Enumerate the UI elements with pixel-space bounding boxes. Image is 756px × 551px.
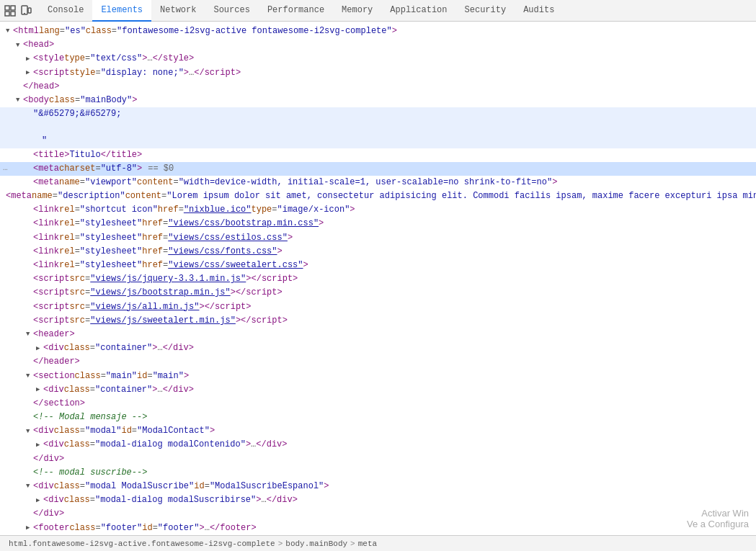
dom-line[interactable]: <script src="views/js/sweetalert.min.js"…: [0, 314, 756, 328]
dom-link[interactable]: "views/css/fonts.css": [168, 245, 277, 259]
expand-arrow[interactable]: [36, 496, 43, 506]
svg-rect-0: [5, 6, 9, 10]
devtools-icon-group: [3, 4, 33, 18]
expand-arrow[interactable]: [16, 95, 23, 105]
tab-security[interactable]: Security: [456, 0, 515, 22]
dom-line[interactable]: <footer class="footer" id="footer" >…</f…: [0, 521, 756, 535]
dom-line[interactable]: … <meta charset="utf-8" > == $0: [0, 162, 756, 176]
dom-line[interactable]: <!-- Modal mensaje -->: [0, 411, 756, 424]
dom-line[interactable]: <div class="container" >…</div>: [0, 383, 756, 397]
device-icon[interactable]: [19, 4, 33, 18]
dom-tree[interactable]: <html lang="es" class="fontawesome-i2svg…: [0, 22, 756, 535]
tab-application[interactable]: Application: [381, 0, 455, 22]
breadcrumb-item-html[interactable]: html.fontawesome-i2svg-active.fontawesom…: [6, 539, 278, 548]
dom-line[interactable]: <div class="container" >…</div>: [0, 341, 756, 355]
inspect-icon[interactable]: [3, 4, 17, 18]
dom-link[interactable]: "views/css/sweetalert.css": [168, 259, 303, 272]
dom-line[interactable]: </head>: [0, 80, 756, 94]
dom-link[interactable]: "nixblue.ico": [184, 203, 252, 217]
tab-performance[interactable]: Performance: [259, 0, 333, 22]
dom-line[interactable]: <style type="text/css" >…</style>: [0, 52, 756, 66]
dom-line[interactable]: <div class="modal-dialog modalContenido"…: [0, 438, 756, 452]
dom-line[interactable]: <head>: [0, 38, 756, 52]
dom-line[interactable]: [0, 121, 756, 134]
dom-tag: <html: [13, 24, 39, 38]
tab-elements[interactable]: Elements: [92, 0, 151, 22]
dom-link[interactable]: "views/js/jquery-3.3.1.min.js": [90, 272, 246, 286]
expand-arrow[interactable]: [6, 26, 13, 36]
expand-arrow[interactable]: [16, 40, 23, 50]
dom-link[interactable]: "views/js/all.min.js": [90, 300, 199, 314]
breadcrumb-bar: html.fontawesome-i2svg-active.fontawesom…: [0, 535, 756, 551]
dom-line[interactable]: <link rel="stylesheet" href="views/css/f…: [0, 245, 756, 259]
expand-arrow[interactable]: [26, 523, 33, 533]
dom-line[interactable]: <link rel="shortcut icon" href="nixblue.…: [0, 203, 756, 217]
expand-arrow[interactable]: [26, 54, 33, 64]
dom-line[interactable]: </div>: [0, 452, 756, 466]
dom-line[interactable]: </div>: [0, 507, 756, 521]
three-dots-marker: …: [3, 162, 8, 175]
dom-line[interactable]: <section class="main" id="main" >: [0, 369, 756, 383]
expand-arrow[interactable]: [26, 68, 33, 78]
devtools-toolbar: Console Elements Network Sources Perform…: [0, 0, 756, 22]
dom-line[interactable]: <link rel="stylesheet" href="views/css/b…: [0, 217, 756, 230]
expand-arrow[interactable]: [36, 385, 43, 395]
expand-arrow[interactable]: [26, 371, 33, 381]
dom-line[interactable]: <script src="views/js/bootstrap.min.js" …: [0, 286, 756, 300]
tab-audits[interactable]: Audits: [515, 0, 563, 22]
dom-link[interactable]: "views/js/sweetalert.min.js": [90, 314, 236, 328]
dom-line[interactable]: <meta name="viewport" content="width=dev…: [0, 176, 756, 189]
dom-line[interactable]: <script src="views/js/all.min.js" ></scr…: [0, 300, 756, 314]
dom-line[interactable]: <link rel="stylesheet" href="views/css/e…: [0, 231, 756, 245]
svg-rect-1: [11, 6, 15, 10]
dom-line[interactable]: <div class="modal ModalSuscribe" id="Mod…: [0, 480, 756, 493]
expand-arrow[interactable]: [26, 426, 33, 436]
dom-line[interactable]: <meta name="description" content="Lorem …: [0, 189, 756, 203]
dom-line[interactable]: <!-- modal suscribe-->: [0, 466, 756, 480]
dom-line[interactable]: <script style="display: none;" >…</scrip…: [0, 66, 756, 80]
dom-line[interactable]: <link rel="stylesheet" href="views/css/s…: [0, 259, 756, 272]
breadcrumb-item-meta[interactable]: meta: [355, 539, 380, 548]
dom-line[interactable]: "&#65279;&#65279;: [0, 107, 756, 121]
dom-line[interactable]: <script src="views/js/jquery-3.3.1.min.j…: [0, 272, 756, 286]
tab-network[interactable]: Network: [151, 0, 205, 22]
dom-line[interactable]: <title>Titulo</title>: [0, 148, 756, 162]
dom-link[interactable]: "views/css/estilos.css": [168, 231, 288, 245]
dom-link[interactable]: "views/css/bootstrap.min.css": [168, 217, 319, 230]
dom-line[interactable]: <div class="modal" id="ModalContact" >: [0, 424, 756, 438]
elements-panel: <html lang="es" class="fontawesome-i2svg…: [0, 22, 756, 551]
dom-line[interactable]: <body class="mainBody" >: [0, 94, 756, 107]
dom-link[interactable]: "views/js/bootstrap.min.js": [90, 286, 230, 300]
expand-arrow[interactable]: [26, 329, 33, 339]
dom-attr-name: lang: [39, 24, 60, 38]
svg-rect-3: [11, 12, 15, 16]
tab-console[interactable]: Console: [39, 0, 92, 22]
tab-memory[interactable]: Memory: [333, 0, 381, 22]
dom-line[interactable]: ": [0, 134, 756, 148]
breadcrumb-item-body[interactable]: body.mainBody: [283, 539, 350, 548]
dom-line[interactable]: <div class="modal-dialog modalSuscribirs…: [0, 493, 756, 507]
dom-line[interactable]: </section>: [0, 397, 756, 411]
svg-rect-2: [5, 12, 9, 16]
expand-arrow[interactable]: [26, 481, 33, 491]
dom-line[interactable]: <html lang="es" class="fontawesome-i2svg…: [0, 24, 756, 38]
svg-rect-5: [28, 8, 31, 13]
tab-sources[interactable]: Sources: [205, 0, 258, 22]
dom-line[interactable]: </header>: [0, 355, 756, 369]
dom-line[interactable]: <header>: [0, 328, 756, 341]
expand-arrow[interactable]: [36, 344, 43, 354]
tabs-container: Console Elements Network Sources Perform…: [39, 0, 563, 22]
expand-arrow[interactable]: [36, 440, 43, 450]
